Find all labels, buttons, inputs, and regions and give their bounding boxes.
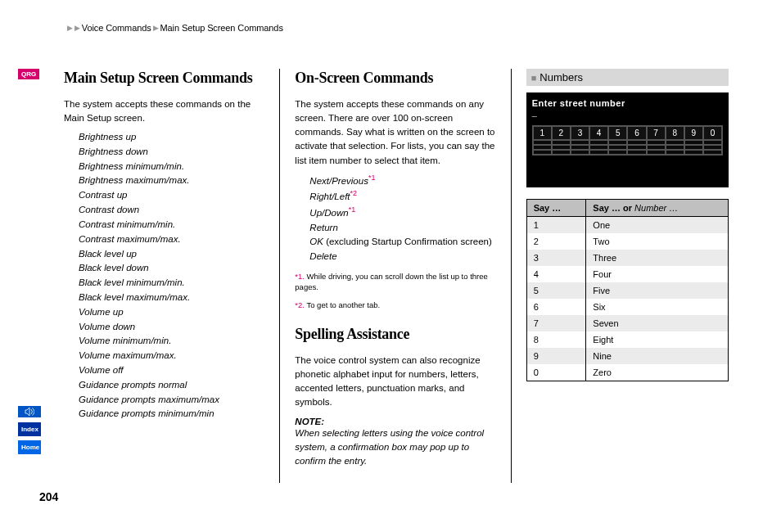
keyboard-key-disabled: [703, 150, 722, 155]
table-cell-word: Seven: [586, 315, 729, 331]
command-item: Brightness up: [79, 130, 266, 145]
table-cell-digit: 9: [526, 348, 586, 364]
note-label: NOTE:: [295, 417, 497, 426]
breadcrumb-level1: Voice Commands: [82, 23, 151, 33]
content-area: Main Setup Screen Commands The system ac…: [64, 69, 742, 483]
command-item: Black level minimum/min.: [79, 276, 266, 291]
command-item: Volume down: [79, 320, 266, 335]
screen-thumbnail: Enter street number _ 1234567890: [526, 92, 729, 187]
keyboard-key-disabled: [647, 150, 666, 155]
table-cell-digit: 5: [526, 282, 586, 299]
section-title-onscreen: On-Screen Commands: [295, 69, 497, 88]
table-cell-word: Zero: [586, 364, 729, 381]
keyboard-key-disabled: [552, 150, 571, 155]
command-list-onscreen: Next/Previous*1Right/Left*2Up/Down*1Retu…: [295, 173, 497, 264]
table-cell-digit: 2: [526, 233, 586, 250]
command-item: Contrast down: [79, 203, 266, 218]
command-item: Contrast minimum/min.: [79, 218, 266, 232]
table-cell-word: Eight: [586, 331, 729, 348]
table-header-say: Say …: [526, 200, 586, 217]
home-tag[interactable]: Home: [18, 440, 41, 454]
table-cell-digit: 0: [526, 364, 586, 381]
footnote: *2. To get to another tab.: [295, 300, 497, 310]
index-tag[interactable]: Index: [18, 422, 41, 436]
table-cell-word: Four: [586, 266, 729, 282]
command-item: Right/Left*2: [309, 188, 497, 205]
table-row: 2Two: [526, 233, 728, 250]
table-row: 1One: [526, 217, 728, 234]
table-cell-digit: 1: [526, 217, 586, 234]
keyboard-key-disabled: [589, 150, 608, 155]
command-item: Return: [309, 221, 497, 236]
table-row: 5Five: [526, 282, 728, 299]
keyboard-key-disabled: [571, 150, 589, 155]
table-row: 0Zero: [526, 364, 728, 381]
command-item: Delete: [309, 250, 497, 264]
command-item: Volume minimum/min.: [79, 334, 266, 349]
command-list-main-setup: Brightness upBrightness downBrightness m…: [64, 130, 266, 422]
command-item: Black level down: [79, 261, 266, 276]
screen-cursor: _: [532, 110, 723, 119]
table-row: 3Three: [526, 250, 728, 266]
table-row: 7Seven: [526, 315, 728, 331]
keyboard-key: 7: [647, 126, 666, 140]
command-item: Contrast up: [79, 188, 266, 203]
chevron-icon: ▶: [67, 24, 73, 32]
numbers-table: Say … Say … or Number … 1One2Two3Three4F…: [526, 199, 729, 381]
keyboard-key: 6: [627, 126, 646, 140]
table-cell-word: Two: [586, 233, 729, 250]
chevron-icon: ▶: [153, 24, 159, 32]
keyboard-key: 2: [552, 126, 571, 140]
command-item: Black level up: [79, 247, 266, 262]
keyboard-key-disabled: [666, 150, 684, 155]
page-number: 204: [39, 490, 58, 503]
subheading-numbers: ■ Numbers: [526, 69, 729, 86]
column-onscreen: On-Screen Commands The system accepts th…: [279, 69, 510, 483]
square-bullet-icon: ■: [531, 73, 537, 83]
table-cell-digit: 8: [526, 331, 586, 348]
intro-spelling: The voice control system can also recogn…: [295, 354, 497, 410]
table-cell-word: Three: [586, 250, 729, 266]
table-row: 9Nine: [526, 348, 728, 364]
command-item: Up/Down*1: [309, 205, 497, 221]
keyboard-key: 3: [571, 126, 589, 140]
table-cell-word: One: [586, 217, 729, 234]
table-row: 6Six: [526, 299, 728, 315]
column-numbers: ■ Numbers Enter street number _ 12345678…: [511, 69, 742, 483]
command-item: OK (excluding Startup Confirmation scree…: [309, 235, 497, 250]
voice-icon[interactable]: [18, 406, 41, 417]
keyboard-key: 5: [608, 126, 627, 140]
column-main-setup: Main Setup Screen Commands The system ac…: [64, 69, 279, 483]
keyboard-key: 8: [666, 126, 684, 140]
breadcrumb-level2: Main Setup Screen Commands: [160, 23, 283, 33]
footnote: *1. While driving, you can scroll down t…: [295, 271, 497, 293]
note-text: When selecting letters using the voice c…: [295, 426, 497, 469]
command-item: Brightness maximum/max.: [79, 174, 266, 188]
command-item: Guidance prompts maximum/max: [79, 393, 266, 408]
command-item: Brightness minimum/min.: [79, 160, 266, 174]
keyboard-key-disabled: [627, 150, 646, 155]
intro-onscreen: The system accepts these commands on any…: [295, 97, 497, 168]
section-title-spelling: Spelling Assistance: [295, 325, 497, 344]
table-cell-word: Nine: [586, 348, 729, 364]
command-item: Volume up: [79, 305, 266, 320]
command-item: Guidance prompts minimum/min: [79, 407, 266, 422]
intro-main-setup: The system accepts these commands on the…: [64, 97, 266, 126]
command-item: Black level maximum/max.: [79, 291, 266, 305]
footnotes: *1. While driving, you can scroll down t…: [295, 271, 497, 310]
onscreen-keyboard: 1234567890: [532, 125, 723, 156]
keyboard-key: 0: [703, 126, 722, 140]
table-cell-digit: 3: [526, 250, 586, 266]
table-cell-digit: 7: [526, 315, 586, 331]
keyboard-key: 1: [533, 126, 552, 140]
table-row: 8Eight: [526, 331, 728, 348]
command-item: Volume off: [79, 363, 266, 378]
table-cell-digit: 4: [526, 266, 586, 282]
chevron-icon: ▶: [74, 24, 80, 32]
keyboard-key: 4: [589, 126, 608, 140]
table-header-italic: Number …: [634, 203, 678, 213]
command-item: Brightness down: [79, 145, 266, 160]
command-item: Next/Previous*1: [309, 173, 497, 189]
qrg-tag[interactable]: QRG: [18, 69, 39, 79]
breadcrumb: ▶ ▶ Voice Commands ▶ Main Setup Screen C…: [67, 23, 283, 33]
